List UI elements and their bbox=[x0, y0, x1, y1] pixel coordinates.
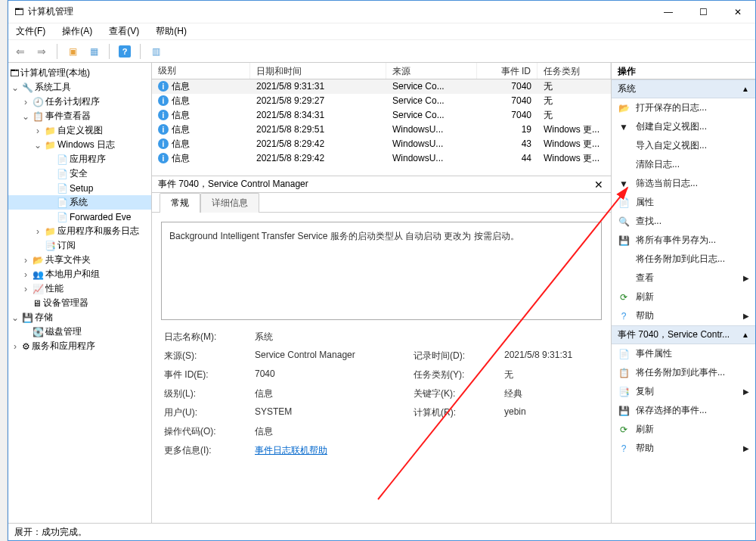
action-refresh[interactable]: ⟳刷新 bbox=[612, 288, 755, 306]
properties-button[interactable]: ▦ bbox=[85, 42, 103, 61]
actions-pane: 操作 系统▲ 📂打开保存的日志... ▼创建自定义视图... 导入自定义视图..… bbox=[612, 63, 755, 523]
tree-task-scheduler[interactable]: ›🕘任务计划程序 bbox=[8, 95, 151, 109]
action-refresh2[interactable]: ⟳刷新 bbox=[612, 420, 755, 439]
nav-tree[interactable]: 🗔计算机管理(本地) ⌄🔧系统工具 ›🕘任务计划程序 ⌄📋事件查看器 ›📁自定义… bbox=[8, 63, 152, 523]
event-row[interactable]: i信息2021/5/8 8:34:31Service Co...7040无 bbox=[152, 108, 611, 123]
val-logged: 2021/5/8 9:31:31 bbox=[504, 350, 611, 362]
action-create-custom-view[interactable]: ▼创建自定义视图... bbox=[612, 117, 755, 136]
action-attach-task-event[interactable]: 📋将任务附加到此事件... bbox=[612, 363, 755, 382]
event-row[interactable]: i信息2021/5/8 9:29:27Service Co...7040无 bbox=[152, 94, 611, 108]
maximize-button[interactable]: ☐ bbox=[686, 1, 720, 23]
col-date[interactable]: 日期和时间 bbox=[250, 63, 386, 79]
tree-event-viewer[interactable]: ⌄📋事件查看器 bbox=[8, 109, 151, 123]
action-event-properties[interactable]: 📄事件属性 bbox=[612, 344, 755, 363]
actions-cat-system[interactable]: 系统▲ bbox=[612, 79, 755, 98]
close-button[interactable]: ✕ bbox=[720, 1, 755, 23]
tree-forwarded-events[interactable]: 📄Forwarded Eve bbox=[8, 210, 151, 224]
tree-security-log[interactable]: 📄安全 bbox=[8, 166, 151, 181]
tab-details[interactable]: 详细信息 bbox=[200, 193, 259, 213]
event-row[interactable]: i信息2021/5/8 9:31:31Service Co...7040无 bbox=[152, 79, 611, 94]
lbl-keywords: 关键字(K): bbox=[414, 387, 497, 400]
task-icon: 📋 bbox=[618, 367, 630, 379]
action-properties[interactable]: 📄属性 bbox=[612, 193, 755, 212]
app-icon: 🗔 bbox=[14, 7, 23, 17]
val-source: Service Control Manager bbox=[255, 350, 406, 362]
action-copy[interactable]: 📑复制▶ bbox=[612, 382, 755, 401]
tree-performance[interactable]: ›📈性能 bbox=[8, 281, 151, 296]
tree-storage[interactable]: ⌄💾存储 bbox=[8, 310, 151, 325]
action-import-custom-view[interactable]: 导入自定义视图... bbox=[612, 136, 755, 155]
back-button[interactable]: ⇐ bbox=[11, 42, 29, 61]
action-save-selected[interactable]: 💾保存选择的事件... bbox=[612, 401, 755, 420]
tree-custom-views[interactable]: ›📁自定义视图 bbox=[8, 123, 151, 138]
menu-action[interactable]: 操作(A) bbox=[59, 23, 95, 39]
detail-header: 事件 7040，Service Control Manager ✕ bbox=[152, 176, 611, 193]
val-logname: 系统 bbox=[255, 331, 406, 344]
action-help[interactable]: ?帮助▶ bbox=[612, 306, 755, 325]
col-eventid[interactable]: 事件 ID bbox=[477, 63, 538, 79]
col-source[interactable]: 来源 bbox=[386, 63, 477, 79]
tree-app-services-logs[interactable]: ›📁应用程序和服务日志 bbox=[8, 224, 151, 238]
lbl-computer: 计算机(R): bbox=[414, 406, 497, 419]
tree-shared-folders[interactable]: ›📂共享文件夹 bbox=[8, 253, 151, 267]
tree-application-log[interactable]: 📄应用程序 bbox=[8, 152, 151, 166]
tree-device-manager[interactable]: 🖥设备管理器 bbox=[8, 296, 151, 310]
action-attach-task-log[interactable]: 将任务附加到此日志... bbox=[612, 250, 755, 269]
detail-title-text: 事件 7040，Service Control Manager bbox=[158, 178, 308, 191]
tab-general[interactable]: 常规 bbox=[160, 193, 200, 213]
blank-icon bbox=[618, 253, 630, 266]
folder-icon: 📂 bbox=[618, 102, 630, 114]
lbl-level: 级别(L): bbox=[164, 387, 247, 400]
help-icon: ? bbox=[618, 443, 630, 455]
info-icon: i bbox=[158, 110, 169, 120]
tree-system-tools[interactable]: ⌄🔧系统工具 bbox=[8, 80, 151, 95]
col-taskcat[interactable]: 任务类别 bbox=[538, 63, 611, 79]
action-view[interactable]: 查看▶ bbox=[612, 269, 755, 288]
lbl-logged: 记录时间(D): bbox=[414, 350, 497, 362]
show-hide-tree-button[interactable]: ▣ bbox=[64, 42, 82, 61]
action-open-saved-log[interactable]: 📂打开保存的日志... bbox=[612, 98, 755, 117]
action-clear-log[interactable]: 清除日志... bbox=[612, 155, 755, 174]
forward-button[interactable]: ⇒ bbox=[33, 42, 51, 61]
tree-windows-logs[interactable]: ⌄📁Windows 日志 bbox=[8, 138, 151, 152]
lbl-logname: 日志名称(M): bbox=[164, 331, 247, 344]
action-help2[interactable]: ?帮助▶ bbox=[612, 439, 755, 458]
event-row[interactable]: i信息2021/5/8 8:29:42WindowsU...43Windows … bbox=[152, 137, 611, 151]
menu-file[interactable]: 文件(F) bbox=[13, 23, 48, 39]
tree-setup-log[interactable]: 📄Setup bbox=[8, 181, 151, 195]
action-find[interactable]: 🔍查找... bbox=[612, 212, 755, 231]
titlebar[interactable]: 🗔 计算机管理 — ☐ ✕ bbox=[8, 1, 755, 23]
tree-disk-management[interactable]: 💽磁盘管理 bbox=[8, 325, 151, 339]
action-pane-button[interactable]: ▥ bbox=[147, 42, 165, 61]
funnel-icon: ▼ bbox=[618, 121, 630, 133]
event-row[interactable]: i信息2021/5/8 8:29:51WindowsU...19Windows … bbox=[152, 123, 611, 137]
action-filter-current-log[interactable]: ▼筛选当前日志... bbox=[612, 174, 755, 193]
save-icon: 💾 bbox=[618, 235, 630, 247]
window-title: 计算机管理 bbox=[28, 5, 651, 18]
event-row[interactable]: i信息2021/5/8 8:29:42WindowsU...44Windows … bbox=[152, 151, 611, 166]
detail-body: Background Intelligent Transfer Service … bbox=[152, 213, 611, 523]
col-level[interactable]: 级别 bbox=[152, 63, 250, 79]
tree-subscriptions[interactable]: 📑订阅 bbox=[8, 238, 151, 253]
link-online-help[interactable]: 事件日志联机帮助 bbox=[255, 444, 406, 457]
minimize-button[interactable]: — bbox=[651, 1, 686, 23]
val-computer: yebin bbox=[504, 406, 611, 419]
find-icon: 🔍 bbox=[618, 216, 630, 228]
filter-icon: ▼ bbox=[618, 178, 630, 190]
menu-help[interactable]: 帮助(H) bbox=[153, 23, 190, 39]
help-icon: ? bbox=[618, 310, 630, 322]
detail-close-button[interactable]: ✕ bbox=[593, 179, 605, 191]
val-user: SYSTEM bbox=[255, 406, 406, 419]
actions-cat-event[interactable]: 事件 7040，Service Contr...▲ bbox=[612, 325, 755, 344]
tree-local-users[interactable]: ›👥本地用户和组 bbox=[8, 267, 151, 281]
tree-root[interactable]: 🗔计算机管理(本地) bbox=[8, 66, 151, 80]
menu-view[interactable]: 查看(V) bbox=[106, 23, 142, 39]
event-grid-header: 级别 日期和时间 来源 事件 ID 任务类别 bbox=[152, 63, 611, 79]
outer-strip bbox=[0, 0, 8, 541]
event-grid-body[interactable]: i信息2021/5/8 9:31:31Service Co...7040无i信息… bbox=[152, 79, 611, 176]
help-button[interactable]: ? bbox=[116, 42, 134, 61]
status-bar: 展开：成功完成。 bbox=[8, 524, 755, 540]
tree-services-apps[interactable]: ›⚙服务和应用程序 bbox=[8, 339, 151, 353]
action-save-all-events[interactable]: 💾将所有事件另存为... bbox=[612, 231, 755, 250]
tree-system-log[interactable]: 📄系统 bbox=[8, 195, 151, 210]
